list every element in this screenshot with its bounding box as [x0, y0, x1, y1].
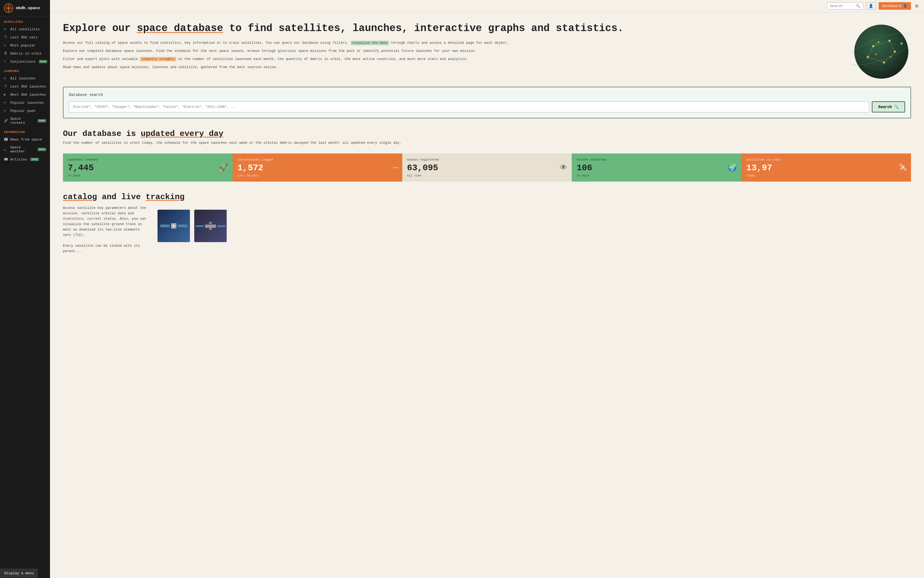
svg-point-20	[888, 40, 890, 42]
launches-section-title: Launches	[0, 66, 50, 74]
svg-point-21	[894, 50, 896, 53]
svg-rect-35	[217, 226, 225, 227]
svg-point-24	[878, 41, 879, 43]
sidebar-item-articles[interactable]: 📖 Articles Soon	[0, 155, 50, 164]
news-icon: 📰	[4, 137, 8, 141]
popular-pads-icon: ▾	[4, 109, 8, 113]
stat-sublabel-satellites: Today	[746, 174, 906, 177]
sidebar-item-last-30d-sats[interactable]: ⏱ Last 30d sats	[0, 33, 50, 41]
sidebar-item-label: All satellites	[10, 27, 40, 31]
stat-card-assets-registered: Assets registered 63,095 All time 👁	[402, 154, 572, 182]
sidebar-item-label: All launches	[10, 76, 36, 81]
sidebar-item-space-rockets[interactable]: 🚀 Space rockets Soon	[0, 115, 50, 127]
topbar-settings-button[interactable]: ⚙	[914, 2, 920, 10]
all-satellites-icon: ⊙	[4, 27, 8, 31]
stat-label-launches: Launches tracked	[68, 158, 228, 161]
space-rockets-icon: 🚀	[4, 119, 8, 123]
sidebar-item-conjunctions[interactable]: + Conjunctions Soon	[0, 58, 50, 66]
stat-value-conjunctions: 1,572	[237, 163, 397, 173]
topbar-user-icon-button[interactable]: 👤	[866, 2, 876, 10]
sidebar-item-popular-launches[interactable]: ▾ Popular launches	[0, 99, 50, 107]
sidebar-item-label: Last 30d sats	[10, 36, 37, 39]
sidebar-item-label: Popular launches	[10, 101, 44, 105]
hero-title-part1: Explore our	[63, 23, 137, 34]
logo-text: obdh.space	[16, 6, 40, 11]
sidebar-item-debris-in-orbit[interactable]: 🗑 Debris in orbit	[0, 49, 50, 58]
sidebar-item-label: Popular pads	[10, 109, 36, 113]
topbar-search-input[interactable]	[830, 4, 854, 8]
stat-sublabel-countries: To date	[577, 174, 736, 177]
stat-label-countries: Active countries	[577, 158, 736, 161]
hero-globe	[852, 22, 911, 81]
stat-label-conjunctions: Conjunctions logged	[237, 158, 397, 161]
main-content: 🔍 👤 Dashboard 👤 ⚙ Explore our space data…	[50, 0, 924, 578]
stat-sublabel-launches: To date	[68, 174, 228, 177]
db-search-btn-icon: 🔍	[894, 105, 899, 109]
display-menu-button[interactable]: Display a menu	[0, 568, 38, 578]
hero-para1: Access our full catalog of space assets …	[63, 40, 841, 45]
weather-icon: ☁	[4, 147, 8, 152]
sidebar-item-space-weather[interactable]: ☁ Space weather Soon	[0, 143, 50, 155]
most-popular-icon: ▾	[4, 43, 8, 47]
updated-section: Our database is updated every day Find t…	[50, 127, 924, 154]
updated-title: Our database is updated every day	[63, 129, 911, 138]
visualize-badge: visualize the data	[351, 41, 389, 45]
db-search-row: Search 🔍	[69, 101, 905, 112]
topbar-dashboard-icon: 👤	[903, 4, 907, 8]
stat-icon-satellites: 🛰	[899, 163, 907, 172]
hero-para4: Read news and updates about space missio…	[63, 65, 841, 70]
sidebar-item-last-30d-launches[interactable]: ⏱ Last 30d launches	[0, 83, 50, 91]
db-search-input[interactable]	[69, 101, 869, 112]
sidebar-logo[interactable]: obdh.space	[0, 0, 50, 16]
svg-rect-30	[160, 224, 170, 227]
all-launches-icon: ⊙	[4, 76, 8, 81]
sidebar-item-label: Most popular	[10, 44, 36, 47]
svg-point-22	[867, 56, 869, 58]
stat-card-launches-tracked: Launches tracked 7,445 To date 🚀	[63, 154, 233, 182]
catalog-description: Access satellite key parameters about th…	[63, 205, 149, 254]
topbar-search-box[interactable]: 🔍	[827, 2, 863, 10]
hero-title: Explore our space database to find satel…	[63, 22, 841, 35]
svg-rect-34	[196, 226, 204, 227]
sidebar-item-label: Next 30d launches	[10, 93, 46, 97]
next-30d-launches-icon: ▶	[4, 93, 8, 97]
hero-para3-start: Filter and export plots with valuable	[63, 57, 140, 61]
debris-icon: 🗑	[4, 51, 8, 56]
topbar-dashboard-button[interactable]: Dashboard 👤	[879, 2, 911, 10]
popular-launches-icon: ▾	[4, 101, 8, 105]
globe-svg	[852, 22, 911, 81]
catalog-images	[157, 210, 227, 242]
catalog-title-tracking: tracking	[146, 192, 185, 201]
sidebar-item-all-satellites[interactable]: ⊙ All satellites	[0, 25, 50, 33]
hero-title-highlight: space database	[137, 23, 223, 34]
db-search-title: Database search	[69, 93, 905, 97]
sidebar-item-label: Debris in orbit	[10, 52, 42, 56]
db-search-button[interactable]: Search 🔍	[872, 101, 905, 112]
stat-value-countries: 106	[577, 163, 736, 173]
stat-value-assets: 63,095	[407, 163, 567, 173]
hero-para1-text: Access our full catalog of space assets …	[63, 41, 351, 45]
insights-badge: industry insights	[140, 57, 176, 61]
catalog-title: catalog and live tracking	[63, 192, 911, 201]
sidebar: obdh.space Satellites ⊙ All satellites ⏱…	[0, 0, 50, 578]
sidebar-item-news-from-space[interactable]: 📰 News from space	[0, 135, 50, 143]
svg-point-32	[172, 224, 175, 227]
sidebar-item-most-popular[interactable]: ▾ Most popular	[0, 41, 50, 49]
stat-icon-assets: 👁	[560, 163, 567, 172]
satellites-section-title: Satellites	[0, 16, 50, 25]
sidebar-item-all-launches[interactable]: ⊙ All launches	[0, 74, 50, 83]
topbar-dashboard-label: Dashboard	[882, 4, 901, 8]
catalog-satellite-image	[157, 210, 190, 242]
hero-para3: Filter and export plots with valuable in…	[63, 57, 841, 62]
sidebar-item-label: Space rockets	[10, 117, 34, 125]
sidebar-item-popular-pads[interactable]: ▾ Popular pads	[0, 107, 50, 115]
stat-label-assets: Assets registered	[407, 158, 567, 161]
stat-card-satellites-in-orbit: Satellites in orbit 13,97 Today 🛰	[741, 154, 911, 182]
svg-point-4	[8, 7, 10, 9]
svg-point-23	[883, 61, 885, 63]
last-30d-sats-icon: ⏱	[4, 35, 8, 39]
catalog-iss-image	[194, 210, 227, 242]
db-search-btn-label: Search	[879, 105, 892, 109]
stat-label-satellites: Satellites in orbit	[746, 158, 906, 161]
sidebar-item-next-30d-launches[interactable]: ▶ Next 30d launches	[0, 91, 50, 99]
